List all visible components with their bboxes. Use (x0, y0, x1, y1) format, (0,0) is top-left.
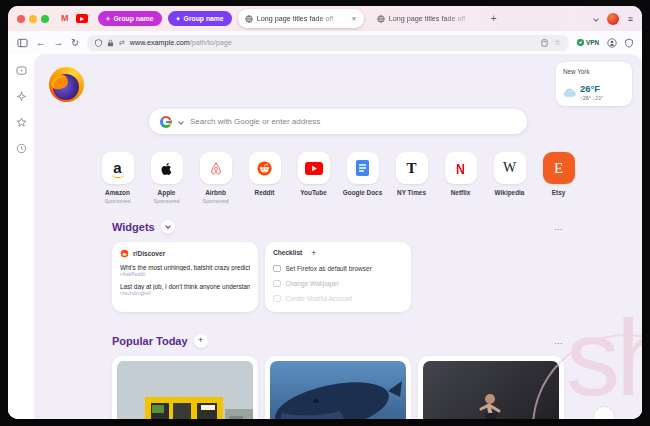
shortcut-label: Amazon (105, 189, 130, 197)
gmail-pinned-tab-icon[interactable]: M (61, 14, 69, 23)
lock-icon[interactable] (107, 39, 114, 47)
reload-button[interactable]: ↻ (71, 38, 79, 48)
watermark-text: sh (566, 304, 642, 412)
shortcut-amazon[interactable]: a Amazon Sponsored (98, 152, 138, 204)
firefox-account-avatar[interactable] (607, 13, 619, 25)
sidebar-toggle-icon[interactable] (17, 38, 28, 48)
tab-group-label: Group name (184, 15, 224, 22)
url-bar[interactable]: ⇄ www.example.com/path/to/page ☆ (87, 35, 569, 51)
shortcut-youtube[interactable]: YouTube (294, 152, 334, 204)
new-tab-button[interactable]: + (491, 13, 497, 24)
google-docs-icon (356, 160, 369, 176)
pinned-tabs: M (61, 14, 88, 23)
shortcut-label: Reddit (255, 189, 275, 197)
discover-header: r/Discover (133, 250, 165, 257)
new-tab-page: New York 26°F ↑26° ↓23° Search with Goog… (34, 54, 642, 419)
forward-button[interactable]: → (54, 38, 64, 48)
post-title: Last day at job, I don't think anyone un… (120, 283, 250, 290)
tab-title: Long page titles fade off (257, 14, 348, 23)
close-window-button[interactable] (17, 15, 25, 23)
popular-card-dancer[interactable] (418, 356, 564, 419)
checkbox[interactable] (273, 280, 281, 288)
shortcut-netflix[interactable]: N Netflix (441, 152, 481, 204)
tab-group-1[interactable]: ✦ Group name (98, 11, 162, 26)
tab-group-icon: ✦ (176, 16, 181, 22)
plus-icon: + (198, 336, 203, 345)
tab-close-icon[interactable]: ✕ (351, 15, 356, 23)
checklist-add-button[interactable]: + (311, 249, 316, 258)
popular-card-whale[interactable] (265, 356, 411, 419)
sparkle-ai-icon[interactable] (16, 91, 27, 102)
window-controls (17, 15, 49, 23)
tab-inactive[interactable]: Long page titles fade off (370, 9, 482, 28)
discover-widget-card[interactable]: r/Discover Wht's the most unhinged, bats… (112, 242, 258, 312)
back-button[interactable]: ← (36, 38, 46, 48)
checkbox[interactable] (273, 295, 281, 303)
vpn-label: VPN (586, 39, 599, 46)
widgets-section-header: Widgets … (112, 220, 564, 234)
sponsored-label: Sponsored (202, 198, 228, 204)
sponsored-label: Sponsored (104, 198, 130, 204)
shortcut-airbnb[interactable]: Airbnb Sponsored (196, 152, 236, 204)
discover-post[interactable]: Wht's the most unhinged, batshit crazy p… (120, 264, 250, 277)
checkbox[interactable] (273, 265, 281, 273)
weather-temperature: 26°F (580, 84, 603, 94)
profile-icon[interactable] (607, 38, 617, 48)
youtube-pinned-tab-icon[interactable] (76, 14, 88, 23)
checklist-widget-card[interactable]: Checklist + Set Firefox as default brows… (265, 242, 411, 312)
etsy-icon: E (554, 160, 563, 177)
checklist-item[interactable]: Set Firefox as default browser (273, 265, 403, 273)
discover-post[interactable]: Last day at job, I don't think anyone un… (120, 283, 250, 296)
post-subreddit: r/AskReddit (120, 272, 250, 277)
scroll-to-top-button[interactable] (593, 406, 615, 419)
container-icon[interactable]: ⇄ (119, 39, 125, 47)
vpn-badge[interactable]: VPN (577, 39, 599, 46)
yellow-container-image (117, 361, 253, 419)
popular-title: Popular Today (112, 335, 188, 347)
checklist-item-label: Create Mozilla Account (286, 295, 352, 302)
url-path: /path/to/page (190, 38, 232, 47)
search-engine-dropdown-icon[interactable] (178, 119, 184, 125)
popular-overflow-menu[interactable]: … (554, 336, 564, 346)
popular-section-header: Popular Today + … (112, 334, 564, 348)
weather-widget[interactable]: New York 26°F ↑26° ↓23° (556, 62, 632, 106)
popular-add-button[interactable]: + (194, 334, 208, 348)
search-placeholder: Search with Google or enter address (190, 117, 320, 126)
bookmarks-star-icon[interactable] (16, 117, 27, 128)
list-all-tabs-icon[interactable] (593, 16, 599, 22)
checklist-item-label: Change Wallpaper (286, 280, 340, 287)
cloud-icon (563, 88, 576, 97)
checklist-item[interactable]: Create Mozilla Account (273, 295, 403, 303)
popular-card-container-building[interactable] (112, 356, 258, 419)
shortcut-wikipedia[interactable]: W Wikipedia (490, 152, 530, 204)
history-clock-icon[interactable] (16, 143, 27, 154)
shield-icon[interactable] (95, 39, 102, 47)
tab-active[interactable]: Long page titles fade off ✕ (238, 9, 364, 28)
chatbot-icon[interactable] (16, 66, 27, 76)
youtube-icon (305, 162, 323, 175)
post-title: Wht's the most unhinged, batshit crazy p… (120, 264, 250, 271)
shortcut-reddit[interactable]: Reddit (245, 152, 285, 204)
checklist-item[interactable]: Change Wallpaper (273, 280, 403, 288)
weather-city: New York (563, 68, 625, 75)
zoom-window-button[interactable] (41, 15, 49, 23)
widgets-overflow-menu[interactable]: … (554, 222, 564, 232)
tab-group-2[interactable]: ✦ Group name (168, 11, 232, 26)
save-to-pocket-icon[interactable] (541, 39, 548, 47)
tab-group-icon: ✦ (106, 16, 111, 22)
app-menu-icon[interactable]: ≡ (628, 14, 633, 24)
extension-shield-icon[interactable] (625, 38, 633, 48)
globe-icon (245, 15, 253, 23)
shortcut-label: YouTube (300, 189, 326, 197)
shortcut-etsy[interactable]: E Etsy (539, 152, 579, 204)
shortcut-google-docs[interactable]: Google Docs (343, 152, 383, 204)
widgets-collapse-button[interactable] (161, 220, 175, 234)
search-bar[interactable]: Search with Google or enter address (149, 109, 527, 134)
ballet-dancer-image (423, 361, 559, 419)
shortcut-ny-times[interactable]: T NY Times (392, 152, 432, 204)
shortcut-label: Etsy (552, 189, 566, 197)
bookmark-star-icon[interactable]: ☆ (554, 39, 561, 47)
left-sidebar-rail (8, 54, 34, 419)
shortcut-apple[interactable]: Apple Sponsored (147, 152, 187, 204)
minimize-window-button[interactable] (29, 15, 37, 23)
